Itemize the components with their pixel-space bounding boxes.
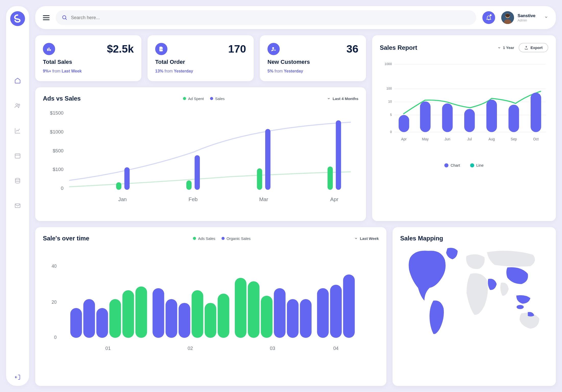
- svg-text:01: 01: [105, 346, 111, 351]
- svg-point-5: [63, 16, 66, 19]
- svg-rect-74: [287, 299, 299, 338]
- svg-rect-65: [166, 299, 177, 338]
- svg-rect-41: [399, 115, 409, 132]
- sales-over-time-card: Sale's over time Ads Sales Organic Sales…: [35, 227, 386, 386]
- svg-rect-59: [83, 299, 95, 338]
- export-button[interactable]: Export: [519, 43, 548, 52]
- sales-report-chart: 1000 100 10 5 0: [380, 57, 548, 158]
- svg-rect-23: [257, 168, 262, 190]
- user-name: Sanstive: [518, 13, 535, 18]
- svg-rect-64: [153, 288, 164, 338]
- search-input-wrap[interactable]: [56, 10, 476, 25]
- stat-value: $2.5k: [107, 43, 134, 55]
- svg-text:20: 20: [52, 300, 57, 305]
- svg-rect-63: [136, 286, 147, 338]
- svg-text:Jun: Jun: [445, 137, 450, 141]
- svg-point-1: [18, 104, 20, 106]
- sales-mapping-card: Sales Mapping: [393, 227, 556, 386]
- menu-button[interactable]: [43, 15, 50, 20]
- svg-rect-78: [343, 274, 355, 338]
- svg-rect-25: [327, 166, 333, 190]
- user-menu[interactable]: Sanstive Admin: [501, 11, 548, 24]
- svg-rect-10: [50, 49, 51, 51]
- svg-rect-12: [162, 49, 163, 50]
- logo: [10, 11, 25, 26]
- chart-title: Ads vs Sales: [43, 95, 81, 102]
- ads-vs-sales-card: Ads vs Sales Ad Spent Sales Last 4 Month…: [35, 87, 366, 221]
- svg-text:Apr: Apr: [401, 137, 407, 141]
- svg-rect-58: [70, 308, 82, 338]
- nav-calendar[interactable]: [14, 152, 21, 159]
- svg-rect-46: [508, 105, 519, 132]
- nav-home[interactable]: [14, 77, 21, 84]
- svg-rect-69: [218, 294, 229, 338]
- topbar: Sanstive Admin: [35, 6, 556, 29]
- svg-rect-22: [194, 155, 200, 190]
- sales-over-time-period[interactable]: Last Week: [354, 236, 379, 241]
- stat-subtitle: 13% from Yesterday: [155, 69, 246, 74]
- svg-point-0: [16, 104, 18, 106]
- svg-text:02: 02: [188, 346, 193, 351]
- svg-rect-8: [47, 48, 48, 51]
- sales-report-legend: Chart Line: [380, 163, 548, 167]
- chart-title: Sale's over time: [43, 235, 89, 242]
- world-map: [400, 242, 548, 339]
- svg-text:100: 100: [386, 87, 392, 90]
- stat-total-order: 170 Total Order 13% from Yesterday: [148, 35, 254, 81]
- svg-text:10: 10: [388, 100, 392, 103]
- svg-text:Aug: Aug: [488, 137, 495, 141]
- svg-text:Sep: Sep: [511, 137, 517, 141]
- svg-text:Oct: Oct: [533, 137, 539, 141]
- svg-text:$100: $100: [53, 167, 64, 172]
- svg-text:5: 5: [390, 113, 392, 117]
- svg-text:$500: $500: [53, 148, 64, 153]
- svg-rect-76: [317, 288, 329, 338]
- notification-dot: [490, 14, 492, 16]
- svg-rect-43: [442, 103, 453, 132]
- svg-rect-75: [300, 299, 312, 338]
- svg-text:03: 03: [270, 346, 275, 351]
- ads-vs-sales-chart: $1500 $1000 $500 $100 0: [43, 107, 358, 212]
- svg-text:Feb: Feb: [189, 196, 198, 202]
- svg-rect-19: [116, 182, 121, 190]
- svg-rect-66: [179, 303, 190, 338]
- nav-logout[interactable]: [14, 374, 21, 381]
- stat-title: Total Sales: [43, 59, 134, 65]
- svg-point-83: [517, 305, 524, 309]
- sales-report-card: Sales Report 1 Year Export 1000 100 10 5…: [372, 35, 556, 221]
- sidebar: [6, 6, 29, 386]
- svg-rect-72: [261, 296, 273, 338]
- nav-database[interactable]: [14, 177, 21, 184]
- stat-total-sales: $2.5k Total Sales 9%+ from Last Week: [35, 35, 141, 81]
- svg-point-11: [161, 49, 161, 50]
- bar-chart-icon: [43, 43, 55, 55]
- svg-text:$1000: $1000: [50, 129, 64, 134]
- svg-text:0: 0: [54, 335, 57, 340]
- nav-users[interactable]: [14, 102, 21, 109]
- nav-list: [14, 77, 21, 374]
- nav-analytics[interactable]: [14, 127, 21, 134]
- svg-text:0: 0: [390, 130, 392, 134]
- svg-rect-71: [248, 281, 260, 338]
- svg-rect-68: [205, 303, 216, 338]
- svg-text:Jul: Jul: [467, 137, 472, 141]
- svg-text:Mar: Mar: [259, 196, 268, 202]
- stat-title: Total Order: [155, 59, 246, 65]
- search-input[interactable]: [71, 15, 470, 20]
- stat-subtitle: 9%+ from Last Week: [43, 69, 134, 74]
- svg-rect-47: [531, 93, 541, 132]
- svg-rect-9: [48, 48, 50, 51]
- svg-rect-2: [15, 154, 20, 158]
- svg-rect-26: [336, 120, 341, 190]
- user-plus-icon: [267, 43, 280, 55]
- svg-rect-67: [192, 290, 203, 338]
- sales-over-time-legend: Ads Sales Organic Sales: [193, 236, 251, 241]
- notification-button[interactable]: [482, 11, 495, 24]
- stat-value: 170: [228, 43, 246, 55]
- nav-mail[interactable]: [14, 202, 21, 209]
- ads-vs-sales-period[interactable]: Last 4 Months: [327, 96, 358, 101]
- sales-report-period[interactable]: 1 Year: [497, 45, 514, 50]
- file-icon: [155, 43, 167, 55]
- svg-text:May: May: [422, 137, 429, 141]
- svg-text:Jan: Jan: [118, 196, 127, 202]
